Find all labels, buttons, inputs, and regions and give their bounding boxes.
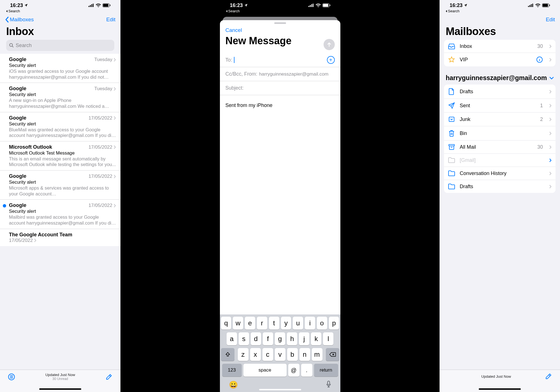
message-preview: BlueMail was granted access to your Goog… <box>9 127 116 138</box>
mailbox-label: Junk <box>460 116 536 122</box>
message-row[interactable]: Google17/05/2022 Security alertMailbird … <box>0 200 120 229</box>
message-row[interactable]: Microsoft Outlook17/05/2022 Microsoft Ou… <box>0 141 120 171</box>
key-y[interactable]: y <box>281 317 291 330</box>
mailbox-row-drafts[interactable]: Drafts <box>444 180 556 193</box>
svg-rect-9 <box>308 6 309 7</box>
key-c[interactable]: c <box>262 348 273 361</box>
key-space[interactable]: space <box>243 364 287 377</box>
key-f[interactable]: f <box>263 332 273 345</box>
key-r[interactable]: r <box>257 317 267 330</box>
location-icon <box>24 3 28 7</box>
key-t[interactable]: t <box>269 317 279 330</box>
message-date: 17/05/2022 <box>89 174 116 179</box>
svg-rect-15 <box>330 4 330 6</box>
compose-body[interactable]: Sent from my iPhone <box>220 95 340 116</box>
chevron-right-icon <box>113 87 116 91</box>
search-placeholder: Search <box>16 43 32 48</box>
key-return[interactable]: return <box>314 364 338 377</box>
compose-title: New Message <box>226 33 335 51</box>
key-v[interactable]: v <box>275 348 285 361</box>
key-w[interactable]: w <box>233 317 243 330</box>
edit-button[interactable]: Edit <box>106 17 115 23</box>
page-title: Mailboxes <box>440 24 560 40</box>
cc-bcc-from-field[interactable]: Cc/Bcc, From: harryguinnesszapier@gmail.… <box>220 67 340 81</box>
mailbox-row-sent[interactable]: Sent1 <box>444 99 556 113</box>
key-g[interactable]: g <box>275 332 285 345</box>
message-row[interactable]: Google17/05/2022 Security alertBlueMail … <box>0 112 120 141</box>
mailbox-row-all-mail[interactable]: All Mail30 <box>444 141 556 154</box>
key-l[interactable]: l <box>323 332 333 345</box>
subject-field[interactable]: Subject: <box>220 81 340 95</box>
chevron-right-icon <box>549 58 552 62</box>
mailbox-label: Conversation History <box>460 171 545 176</box>
mailbox-row--gmail-[interactable]: [Gmail] <box>444 154 556 167</box>
emoji-key[interactable]: 😀 <box>229 381 238 389</box>
key-o[interactable]: o <box>317 317 327 330</box>
back-to-search[interactable]: Search <box>3 9 117 14</box>
key-k[interactable]: k <box>311 332 321 345</box>
shift-key[interactable] <box>221 348 234 361</box>
send-button[interactable] <box>324 39 335 50</box>
key-u[interactable]: u <box>293 317 303 330</box>
account-header[interactable]: harryguinnesszapier@gmail.com <box>440 73 560 85</box>
mailbox-row-bin[interactable]: Bin <box>444 126 556 141</box>
mailbox-label: Bin <box>460 130 545 136</box>
to-field[interactable]: To: + <box>220 53 340 67</box>
key-x[interactable]: x <box>250 348 261 361</box>
add-contact-icon[interactable]: + <box>327 56 335 64</box>
key-at[interactable]: @ <box>288 364 299 377</box>
edit-button[interactable]: Edit <box>546 17 555 23</box>
location-icon <box>464 3 468 7</box>
nav-bar: Mailboxes Edit <box>0 14 120 24</box>
key-e[interactable]: e <box>245 317 255 330</box>
message-row[interactable]: Google17/05/2022 Security alertMicrosoft… <box>0 171 120 200</box>
message-date: 17/05/2022 <box>89 115 116 121</box>
sheet-grabber[interactable] <box>274 22 286 24</box>
mailbox-row-junk[interactable]: Junk2 <box>444 113 556 126</box>
mailbox-row-drafts[interactable]: Drafts <box>444 85 556 99</box>
key-s[interactable]: s <box>239 332 249 345</box>
chevron-right-icon <box>549 104 552 108</box>
message-row[interactable]: The Google Account Team17/05/2022 <box>0 229 120 246</box>
send-icon <box>448 102 455 109</box>
mailboxes-screen: 16:23 Search Edit Mailboxes Inbox30VIP h… <box>440 0 560 392</box>
dictate-key[interactable] <box>326 381 331 389</box>
mailbox-count: 2 <box>540 116 543 122</box>
mailbox-row-inbox[interactable]: Inbox30 <box>444 40 556 53</box>
mailbox-label: Drafts <box>460 184 545 190</box>
key-q[interactable]: q <box>221 317 231 330</box>
key-b[interactable]: b <box>287 348 298 361</box>
svg-rect-14 <box>323 4 328 7</box>
key-h[interactable]: h <box>287 332 297 345</box>
cancel-button[interactable]: Cancel <box>226 27 242 33</box>
info-icon[interactable] <box>536 56 543 63</box>
compose-icon[interactable] <box>105 373 113 381</box>
back-to-search[interactable]: Search <box>443 9 557 14</box>
key-a[interactable]: a <box>227 332 237 345</box>
key-dot[interactable]: . <box>301 364 312 377</box>
message-sender: Google <box>9 202 26 208</box>
key-p[interactable]: p <box>329 317 339 330</box>
search-input[interactable]: Search <box>6 40 114 51</box>
message-row[interactable]: GoogleTuesday Security alertiOS was gran… <box>0 54 120 83</box>
key-d[interactable]: d <box>251 332 261 345</box>
message-row[interactable]: GoogleTuesday Security alertA new sign-i… <box>0 83 120 112</box>
backspace-key[interactable] <box>326 348 339 361</box>
key-i[interactable]: i <box>305 317 315 330</box>
key-n[interactable]: n <box>299 348 310 361</box>
key-123[interactable]: 123 <box>222 364 242 377</box>
filter-icon[interactable] <box>8 373 15 381</box>
svg-rect-18 <box>529 5 530 7</box>
mailbox-row-vip[interactable]: VIP <box>444 53 556 66</box>
key-j[interactable]: j <box>299 332 309 345</box>
mailbox-row-conversation-history[interactable]: Conversation History <box>444 167 556 180</box>
message-sender: Google <box>9 115 26 121</box>
home-indicator <box>259 389 301 390</box>
key-z[interactable]: z <box>238 348 248 361</box>
svg-rect-22 <box>543 4 548 7</box>
toolbar: Updated Just Now 30 Unread <box>0 370 120 392</box>
back-to-search[interactable]: Search <box>223 9 337 14</box>
back-mailboxes[interactable]: Mailboxes <box>5 17 34 23</box>
key-m[interactable]: m <box>312 348 322 361</box>
compose-icon[interactable] <box>545 373 552 380</box>
